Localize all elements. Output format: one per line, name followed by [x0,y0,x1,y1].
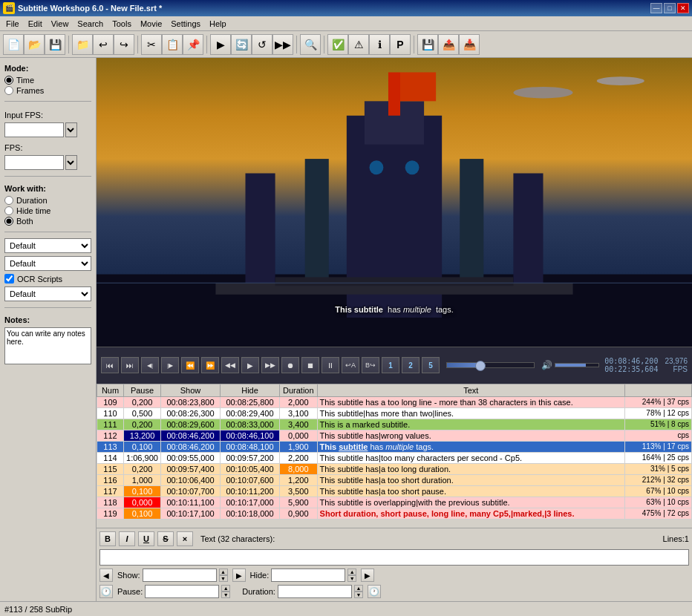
table-row[interactable]: 118 0,000 00:10:11,100 00:10:17,000 5,90… [97,497,692,508]
table-row[interactable]: 117 0,100 00:10:07,700 00:10:11,200 3,50… [97,485,692,497]
duration-radio-row[interactable]: Duration [4,196,91,205]
toolbar-play[interactable]: ▶ [210,34,231,55]
menu-tools[interactable]: Tools [108,18,136,30]
maximize-button[interactable]: □ [664,3,676,13]
progress-thumb[interactable] [475,361,486,371]
toolbar-btn-back[interactable]: ↩ [93,34,114,55]
hide-time-radio-row[interactable]: Hide time [4,206,91,215]
transport-loop-a[interactable]: ↩A [342,357,359,373]
transport-loop-b[interactable]: B↪ [362,357,379,373]
toolbar-btn-fwd[interactable]: ↪ [114,34,134,55]
toolbar-search[interactable]: 🔍 [300,34,321,55]
format-strikethrough[interactable]: S [157,531,174,546]
transport-fwd[interactable]: ⏩ [201,357,219,373]
transport-pause[interactable]: ⏸ [321,357,339,373]
time-radio-row[interactable]: Time [4,76,91,85]
both-radio-row[interactable]: Both [4,217,91,226]
hide-next-btn[interactable]: ▶ [361,569,374,582]
format-bold[interactable]: B [99,531,116,546]
new-button[interactable]: 📄 [3,34,24,55]
menu-help[interactable]: Help [205,18,231,30]
table-row[interactable]: 112 13,200 00:08:46,200 00:08:46,100 0,0… [97,430,692,441]
menu-search[interactable]: Search [73,18,108,30]
transport-sub1[interactable]: 1 [382,357,399,373]
close-button[interactable]: ✕ [677,3,689,13]
transport-sub5[interactable]: 5 [422,357,440,373]
show-spin-up[interactable]: ▲ [219,569,228,575]
duration-spin-up[interactable]: ▲ [354,585,363,592]
table-row[interactable]: 115 0,200 00:09:57,400 00:10:05,400 8,00… [97,463,692,474]
toolbar-sync[interactable]: 🔄 [231,34,252,55]
notes-area[interactable]: You can write any notes here. [4,327,91,364]
fps-field[interactable]: 23,976 [4,155,64,170]
duration-spin-down[interactable]: ▼ [354,592,363,598]
transport-play[interactable]: ▶ [241,357,259,373]
transport-record[interactable]: ⏺ [281,357,299,373]
toolbar-import[interactable]: 📥 [459,34,480,55]
transport-prev-sub[interactable]: ◀| [141,357,159,373]
transport-sub2[interactable]: 2 [402,357,420,373]
table-row[interactable]: 116 1,000 00:10:06,400 00:10:07,600 1,20… [97,474,692,485]
input-fps-dropdown[interactable] [65,122,77,137]
pause-spin-up[interactable]: ▲ [221,585,230,592]
toolbar-save2[interactable]: 💾 [417,34,438,55]
table-row[interactable]: 113 0,100 00:08:46,200 00:08:48,100 1,90… [97,441,692,452]
duration-radio[interactable] [4,196,13,205]
table-row[interactable]: 110 0,500 00:08:26,300 00:08:29,400 3,10… [97,407,692,419]
toolbar-paste[interactable]: 📌 [183,34,203,55]
transport-next-frame[interactable]: ▶▶ [261,357,279,373]
toolbar-btn-open2[interactable]: 📁 [72,34,93,55]
menu-edit[interactable]: Edit [24,18,47,30]
subtitle-table-container[interactable]: Num Pause Show Hide Duration Text 109 0,… [97,384,692,528]
transport-stop[interactable]: ⏹ [301,357,319,373]
transport-rew[interactable]: ⏪ [181,357,199,373]
frames-radio[interactable] [4,86,13,95]
duration-time-input[interactable]: 00:00:01,900 [278,585,352,598]
table-row[interactable]: 114 1:06,900 00:09:55,000 00:09:57,200 2… [97,452,692,463]
minimize-button[interactable]: — [650,3,662,13]
dropdown1[interactable]: Default [4,238,91,253]
video-area[interactable]: This subtitle has multiple tags. [97,58,692,347]
format-italic[interactable]: I [119,531,135,546]
show-next-btn[interactable]: ▶ [232,569,246,582]
pause-clock-btn[interactable]: 🕐 [99,585,113,598]
transport-end[interactable]: ⏭ [121,357,139,373]
hide-time-radio[interactable] [4,206,13,215]
toolbar-loop[interactable]: ↺ [252,34,272,55]
fps-dropdown[interactable] [65,155,77,170]
pause-spin-down[interactable]: ▼ [221,592,230,598]
volume-slider[interactable] [555,363,599,367]
table-row[interactable]: 111 0,200 00:08:29,600 00:08:33,000 3,40… [97,419,692,430]
format-clear[interactable]: × [177,531,193,546]
show-time-input[interactable]: 00:08:46,200 [143,569,217,582]
menu-file[interactable]: File [1,18,24,30]
ocr-checkbox[interactable] [4,274,14,284]
table-row[interactable]: 109 0,200 00:08:23,800 00:08:25,800 2,00… [97,396,692,407]
save-button[interactable]: 💾 [45,34,65,55]
dropdown2[interactable]: Default [4,256,91,271]
progress-bar[interactable] [446,362,535,368]
transport-start[interactable]: ⏮ [101,357,119,373]
table-row[interactable]: 119 0,100 00:10:17,100 00:10:18,000 0,90… [97,508,692,519]
toolbar-sub-play[interactable]: ▶▶ [272,34,293,55]
dropdown3[interactable]: Default [4,286,91,301]
menu-settings[interactable]: Settings [166,18,205,30]
menu-view[interactable]: View [47,18,74,30]
show-prev-btn[interactable]: ◀ [99,569,113,582]
toolbar-warn[interactable]: ⚠ [348,34,369,55]
toolbar-check[interactable]: ✅ [327,34,348,55]
input-fps-field[interactable]: 23,976 [4,122,64,137]
show-spin-down[interactable]: ▼ [219,575,228,582]
duration-clock-btn[interactable]: 🕐 [368,585,381,598]
frames-radio-row[interactable]: Frames [4,86,91,95]
transport-next-sub[interactable]: |▶ [161,357,179,373]
pause-time-input[interactable]: 00:00:00,100 [145,585,219,598]
toolbar-export[interactable]: 📤 [438,34,459,55]
toolbar-info[interactable]: ℹ [369,34,390,55]
format-underline[interactable]: U [138,531,154,546]
toolbar-copy[interactable]: 📋 [162,34,183,55]
menu-movie[interactable]: Movie [136,18,166,30]
time-radio[interactable] [4,76,13,85]
open-button[interactable]: 📂 [24,34,45,55]
hide-spin-down[interactable]: ▼ [347,575,356,582]
